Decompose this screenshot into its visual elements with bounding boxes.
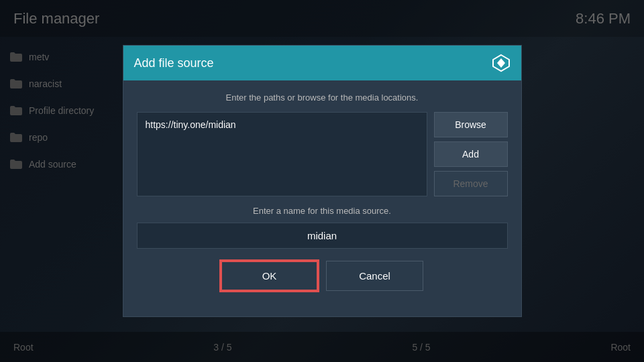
cancel-button[interactable]: Cancel <box>326 261 423 291</box>
browse-button[interactable]: Browse <box>434 112 508 137</box>
dialog-header: Add file source <box>123 46 521 80</box>
paths-instruction: Enter the paths or browse for the media … <box>137 93 508 103</box>
remove-button[interactable]: Remove <box>434 171 508 196</box>
url-value: https://tiny.one/midian <box>146 119 236 130</box>
dialog-title: Add file source <box>134 56 214 70</box>
kodi-icon <box>492 54 511 72</box>
name-input[interactable]: midian <box>137 223 508 249</box>
side-buttons: Browse Add Remove <box>434 112 508 196</box>
url-row: https://tiny.one/midian Browse Add Remov… <box>137 112 508 196</box>
name-instruction: Enter a name for this media source. <box>137 206 508 216</box>
svg-marker-1 <box>497 58 505 68</box>
modal-overlay: Add file source Enter the paths or brows… <box>0 0 644 362</box>
name-value: midian <box>307 230 337 241</box>
add-button[interactable]: Add <box>434 141 508 167</box>
dialog-body: Enter the paths or browse for the media … <box>123 80 521 316</box>
dialog-actions: OK Cancel <box>137 261 508 304</box>
ok-button[interactable]: OK <box>221 261 318 291</box>
dialog-add-file-source: Add file source Enter the paths or brows… <box>123 45 522 317</box>
url-input-container[interactable]: https://tiny.one/midian <box>137 112 427 196</box>
